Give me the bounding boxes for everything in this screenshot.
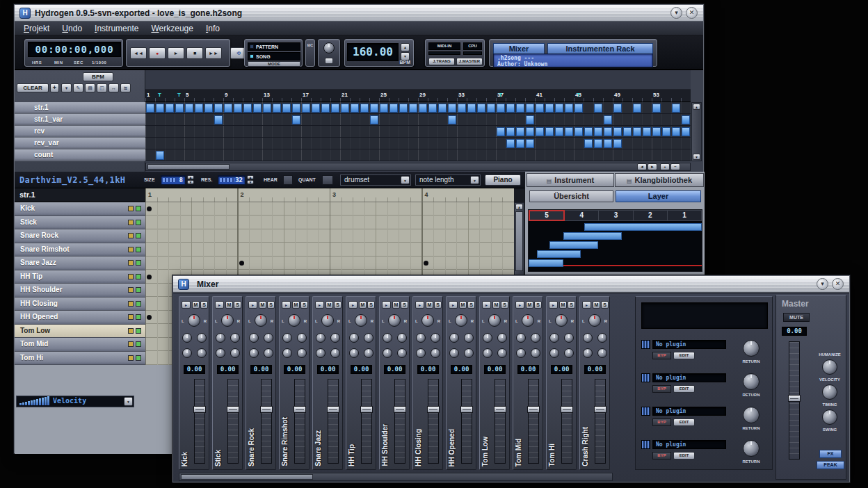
fx-send-3-knob[interactable] bbox=[583, 348, 593, 358]
mixer-titlebar[interactable]: H Mixer ▾ ✕ bbox=[173, 276, 849, 293]
pattern-block[interactable] bbox=[682, 127, 690, 136]
instrument-row-tom-mid[interactable]: Tom Mid bbox=[15, 338, 145, 352]
pattern-block[interactable] bbox=[409, 104, 417, 113]
fader-handle[interactable] bbox=[788, 395, 801, 402]
fx-send-4-knob[interactable] bbox=[531, 348, 540, 358]
quantize-toggle[interactable] bbox=[322, 175, 333, 185]
pattern-block[interactable] bbox=[574, 104, 583, 113]
pattern-block[interactable] bbox=[282, 104, 291, 113]
pattern-block[interactable] bbox=[166, 104, 174, 113]
fader-handle[interactable] bbox=[494, 406, 506, 413]
clear-pattern-sequence-button[interactable]: CLEAR bbox=[17, 83, 49, 92]
song-tool-5-button[interactable]: ≋ bbox=[120, 83, 131, 92]
solo-button[interactable]: S bbox=[200, 301, 208, 309]
fx-send-1-knob[interactable] bbox=[549, 333, 559, 343]
forward-button[interactable]: ►► bbox=[205, 47, 222, 59]
pattern-block[interactable] bbox=[380, 104, 388, 113]
song-track-str-1[interactable]: str.1 bbox=[15, 102, 145, 114]
main-titlebar[interactable]: H Hydrogen 0.9.5-svn-exported - love_is_… bbox=[15, 5, 703, 22]
volume-fader[interactable] bbox=[194, 379, 205, 464]
pattern-block[interactable] bbox=[604, 115, 612, 124]
mute-button[interactable]: M bbox=[593, 301, 600, 309]
mute-led[interactable] bbox=[128, 247, 134, 252]
song-track-rev[interactable]: rev bbox=[15, 126, 145, 138]
fx-name-display[interactable]: No plugin bbox=[652, 407, 726, 416]
tap-tempo-button[interactable] bbox=[325, 58, 333, 64]
fx-send-1-knob[interactable] bbox=[516, 333, 526, 343]
play-sample-button[interactable]: ► bbox=[215, 301, 224, 309]
pattern-block[interactable] bbox=[467, 104, 476, 113]
menu-item-info[interactable]: Info bbox=[200, 22, 226, 35]
scroll-down-icon[interactable]: ▼ bbox=[693, 154, 700, 160]
tap-tempo-knob[interactable] bbox=[323, 42, 335, 54]
pattern-block[interactable] bbox=[458, 104, 466, 113]
chevron-down-icon[interactable]: ▼ bbox=[470, 176, 479, 184]
edit-button[interactable]: EDIT bbox=[673, 418, 695, 426]
fx-send-2-knob[interactable] bbox=[531, 333, 540, 343]
pattern-block[interactable] bbox=[594, 104, 602, 113]
timeline-tag-lane[interactable] bbox=[145, 70, 691, 90]
pattern-block[interactable] bbox=[487, 104, 495, 113]
pattern-block[interactable] bbox=[672, 127, 680, 136]
volume-fader[interactable] bbox=[428, 379, 439, 464]
pattern-block[interactable] bbox=[584, 127, 593, 136]
current-pattern-name[interactable]: str.1 bbox=[15, 188, 145, 202]
pattern-block[interactable] bbox=[526, 104, 534, 113]
fx-send-4-knob[interactable] bbox=[464, 348, 474, 358]
volume-fader[interactable] bbox=[461, 379, 472, 464]
res-down-button[interactable]: ▼ bbox=[247, 180, 254, 184]
bypass-button[interactable]: BYP bbox=[652, 418, 671, 426]
instrument-row-snare-jazz[interactable]: Snare Jazz bbox=[15, 257, 145, 270]
bpm-display[interactable]: 160.00 bbox=[347, 43, 399, 61]
pattern-block[interactable] bbox=[302, 104, 310, 113]
res-up-button[interactable]: ▲ bbox=[247, 175, 254, 179]
size-down-button[interactable]: ▼ bbox=[187, 180, 194, 184]
layer-bar[interactable] bbox=[563, 232, 622, 240]
pattern-block[interactable] bbox=[399, 104, 408, 113]
pan-knob[interactable] bbox=[221, 314, 234, 327]
mute-button[interactable]: M bbox=[492, 301, 500, 309]
pattern-block[interactable] bbox=[516, 104, 524, 113]
solo-led[interactable] bbox=[136, 260, 141, 266]
fx-send-3-knob[interactable] bbox=[349, 348, 359, 358]
fx-send-2-knob[interactable] bbox=[497, 333, 507, 343]
pattern-block[interactable] bbox=[565, 127, 573, 136]
shade-window-button[interactable]: ▾ bbox=[670, 7, 682, 19]
solo-led[interactable] bbox=[136, 287, 141, 293]
mute-led[interactable] bbox=[128, 260, 134, 266]
fx-send-3-knob[interactable] bbox=[216, 348, 225, 358]
note-dot[interactable] bbox=[147, 275, 152, 279]
solo-button[interactable]: S bbox=[601, 301, 609, 309]
fx-send-1-knob[interactable] bbox=[416, 333, 426, 343]
fx-name-display[interactable]: No plugin bbox=[652, 440, 726, 449]
volume-fader[interactable] bbox=[361, 379, 372, 464]
fx-send-2-knob[interactable] bbox=[564, 333, 574, 343]
scroll-up-icon[interactable]: ▲ bbox=[515, 204, 523, 210]
pattern-block[interactable] bbox=[341, 104, 349, 113]
pan-knob[interactable] bbox=[255, 314, 267, 327]
pan-knob[interactable] bbox=[321, 314, 334, 327]
bypass-button[interactable]: BYP bbox=[652, 385, 671, 393]
pattern-block[interactable] bbox=[516, 139, 524, 148]
fx-send-4-knob[interactable] bbox=[497, 348, 507, 358]
pattern-block[interactable] bbox=[652, 104, 661, 113]
solo-button[interactable]: S bbox=[501, 301, 508, 309]
pattern-block[interactable] bbox=[156, 151, 164, 160]
instrument-row-snare-rock[interactable]: Snare Rock bbox=[15, 229, 145, 243]
pattern-block[interactable] bbox=[389, 104, 398, 113]
play-pause-button[interactable]: ► bbox=[168, 47, 184, 59]
add-pattern-button[interactable]: + bbox=[50, 83, 59, 92]
mute-led[interactable] bbox=[128, 314, 134, 320]
play-sample-button[interactable]: ► bbox=[282, 301, 291, 309]
fx-send-3-knob[interactable] bbox=[182, 348, 192, 358]
volume-fader[interactable] bbox=[328, 379, 339, 464]
pan-knob[interactable] bbox=[522, 314, 534, 327]
scroll-left-icon[interactable]: ◄ bbox=[637, 163, 647, 170]
timeline-bpm-button[interactable]: BPM bbox=[83, 72, 113, 81]
fx-send-2-knob[interactable] bbox=[364, 333, 373, 343]
pattern-block[interactable] bbox=[292, 104, 300, 113]
pattern-block[interactable] bbox=[555, 104, 563, 113]
solo-led[interactable] bbox=[136, 247, 141, 252]
pan-knob[interactable] bbox=[555, 314, 568, 327]
pattern-block[interactable] bbox=[613, 127, 622, 136]
